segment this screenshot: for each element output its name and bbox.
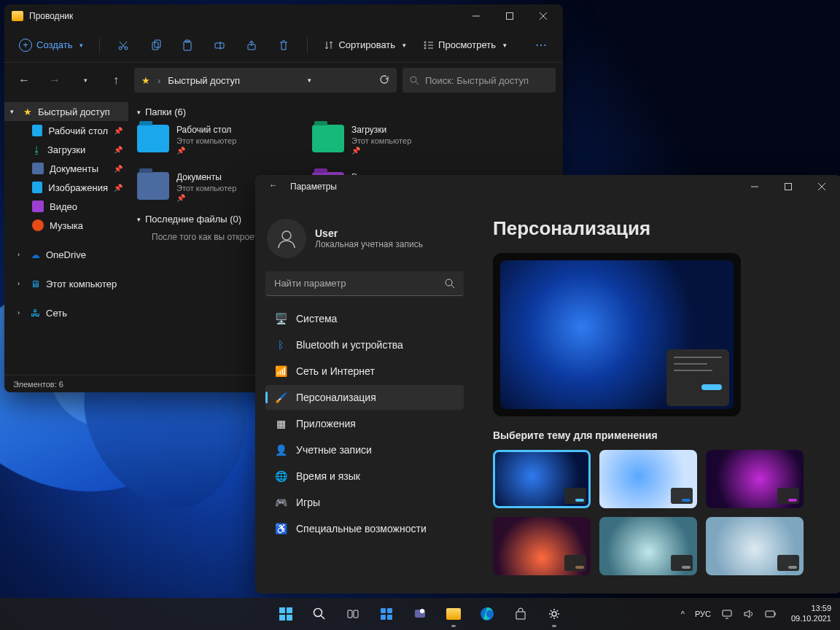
menu-item[interactable]: 🎮 Игры <box>265 490 464 515</box>
menu-item[interactable]: ▦ Приложения <box>265 411 464 436</box>
minimize-button[interactable] <box>459 4 493 28</box>
menu-item[interactable]: 👤 Учетные записи <box>265 438 464 462</box>
theme-tile[interactable] <box>706 517 804 575</box>
rename-button[interactable] <box>206 32 233 58</box>
sidebar-item-pictures[interactable]: Изображения📌 <box>4 178 128 197</box>
sidebar-item-music[interactable]: Музыка <box>4 216 128 235</box>
menu-item[interactable]: 🖌️ Персонализация <box>265 385 464 410</box>
menu-icon: 📶 <box>274 365 287 378</box>
start-button[interactable] <box>271 599 300 629</box>
delete-button[interactable] <box>271 32 297 58</box>
more-button[interactable]: ⋯ <box>528 32 554 58</box>
search-box[interactable]: Поиск: Быстрый доступ <box>402 68 556 93</box>
explorer-toolbar: + Создать ▾ Сортировать▾ Просмотреть▾ ⋯ <box>4 28 563 63</box>
menu-item[interactable]: ♿ Специальные возможности <box>265 516 464 541</box>
settings-taskbar-button[interactable] <box>540 599 569 629</box>
paste-button[interactable] <box>174 32 201 58</box>
theme-tile[interactable] <box>706 450 804 508</box>
sidebar-item-videos[interactable]: Видео <box>4 197 128 216</box>
menu-icon: 🎮 <box>274 496 287 509</box>
recent-button[interactable]: ▾ <box>73 68 98 93</box>
back-button[interactable]: ← <box>12 68 36 93</box>
taskview-button[interactable] <box>338 599 368 629</box>
explorer-titlebar[interactable]: Проводник <box>4 4 563 28</box>
folders-section-header[interactable]: ▾Папки (6) <box>137 106 554 117</box>
menu-label: Учетные записи <box>296 444 372 456</box>
forward-button[interactable]: → <box>42 68 67 93</box>
sort-button[interactable]: Сортировать▾ <box>318 36 412 53</box>
sidebar-item-documents[interactable]: Документы📌 <box>4 159 128 178</box>
menu-label: Специальные возможности <box>296 523 427 534</box>
menu-item[interactable]: 🌐 Время и язык <box>265 464 464 489</box>
close-button[interactable] <box>805 175 839 198</box>
maximize-button[interactable] <box>771 175 805 198</box>
refresh-button[interactable] <box>379 74 389 87</box>
menu-item[interactable]: 🖥️ Система <box>265 306 464 331</box>
folder-item[interactable]: Рабочий стол Этот компьютер 📌 <box>137 125 283 155</box>
user-block[interactable]: User Локальная учетная запись <box>267 219 462 258</box>
sidebar-item-quick[interactable]: ▾★ Быстрый доступ <box>4 102 128 121</box>
sidebar-item-downloads[interactable]: ⭳Загрузки📌 <box>4 140 128 159</box>
close-button[interactable] <box>526 4 560 28</box>
network-icon[interactable] <box>721 608 733 620</box>
menu-item[interactable]: ᛒ Bluetooth и устройства <box>265 332 464 357</box>
store-button[interactable] <box>506 599 535 629</box>
sidebar-item-thispc[interactable]: ›🖥Этот компьютер <box>4 274 128 293</box>
avatar <box>267 219 306 258</box>
settings-window: ← Параметры User Локальная учетная запис… <box>255 175 840 594</box>
menu-label: Игры <box>296 497 320 508</box>
lang-indicator[interactable]: РУС <box>695 610 711 618</box>
folder-name: Загрузки <box>351 125 411 135</box>
svg-line-35 <box>321 615 324 619</box>
back-button[interactable]: ← <box>262 175 284 196</box>
tray-chevron[interactable]: ^ <box>681 610 685 618</box>
theme-tile[interactable] <box>493 517 591 575</box>
folder-name: Рабочий стол <box>176 125 236 135</box>
share-button[interactable] <box>238 32 265 58</box>
breadcrumb: Быстрый доступ <box>168 75 240 86</box>
svg-rect-39 <box>387 608 392 613</box>
edge-button[interactable] <box>472 599 502 629</box>
copy-button[interactable] <box>142 32 168 58</box>
settings-titlebar[interactable]: ← Параметры <box>255 175 840 198</box>
sidebar-item-desktop[interactable]: Рабочий стол📌 <box>4 121 128 140</box>
minimize-button[interactable] <box>738 175 771 198</box>
svg-rect-40 <box>381 615 386 620</box>
explorer-title: Проводник <box>29 11 73 21</box>
widgets-button[interactable] <box>372 599 401 629</box>
sidebar-item-onedrive[interactable]: ›☁OneDrive <box>4 245 128 264</box>
battery-icon[interactable] <box>765 608 777 620</box>
menu-icon: ᛒ <box>274 338 287 351</box>
search-settings[interactable]: Найти параметр <box>265 271 464 296</box>
svg-rect-10 <box>184 42 191 50</box>
up-button[interactable]: ↑ <box>104 68 128 93</box>
chat-button[interactable] <box>405 599 435 629</box>
clock[interactable]: 13:59 09.10.2021 <box>791 604 831 624</box>
svg-point-45 <box>552 612 556 616</box>
clock-time: 13:59 <box>791 604 831 614</box>
explorer-taskbar-button[interactable] <box>439 599 468 629</box>
theme-tile[interactable] <box>493 450 591 508</box>
cut-button[interactable] <box>110 32 136 58</box>
theme-tile[interactable] <box>599 517 697 575</box>
address-bar[interactable]: ★ › Быстрый доступ ▾ <box>134 68 397 93</box>
menu-item[interactable]: 📶 Сеть и Интернет <box>265 359 464 384</box>
menu-icon: 🖌️ <box>274 391 287 404</box>
sidebar-label: OneDrive <box>46 249 86 260</box>
theme-tile[interactable] <box>599 450 697 508</box>
search-placeholder: Найти параметр <box>274 278 445 289</box>
folder-item[interactable]: Загрузки Этот компьютер 📌 <box>312 125 458 155</box>
folder-sub: Этот компьютер <box>176 184 236 192</box>
new-button[interactable]: + Создать ▾ <box>13 36 89 55</box>
view-button[interactable]: Просмотреть▾ <box>418 36 513 53</box>
svg-point-15 <box>424 42 426 43</box>
sidebar-label: Видео <box>50 201 77 212</box>
sidebar-item-network[interactable]: ›🖧Сеть <box>4 303 128 322</box>
sidebar-label: Сеть <box>46 308 67 319</box>
svg-point-43 <box>420 609 424 613</box>
svg-point-4 <box>119 47 122 50</box>
search-button[interactable] <box>305 599 334 629</box>
volume-icon[interactable] <box>743 608 755 620</box>
svg-line-22 <box>416 82 419 85</box>
maximize-button[interactable] <box>493 4 526 28</box>
